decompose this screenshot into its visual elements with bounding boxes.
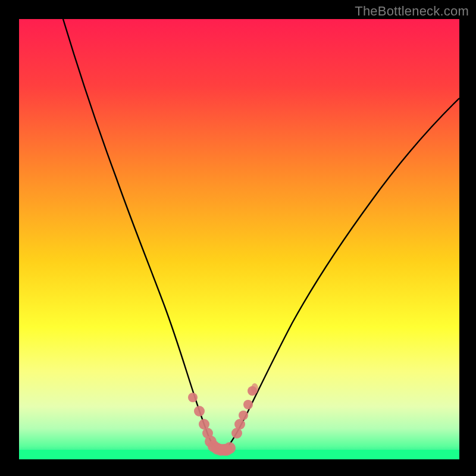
svg-point-14 [243,400,253,409]
svg-point-0 [188,393,198,402]
chart-svg [19,19,459,459]
svg-point-10 [224,442,236,454]
svg-point-13 [239,411,248,420]
svg-point-1 [194,406,205,416]
svg-point-12 [234,419,245,430]
chart-frame: TheBottleneck.com [0,0,476,476]
svg-point-16 [251,383,258,394]
gradient-background [19,19,459,459]
watermark-text: TheBottleneck.com [355,4,469,19]
green-band [19,450,459,459]
plot-area [19,19,459,459]
